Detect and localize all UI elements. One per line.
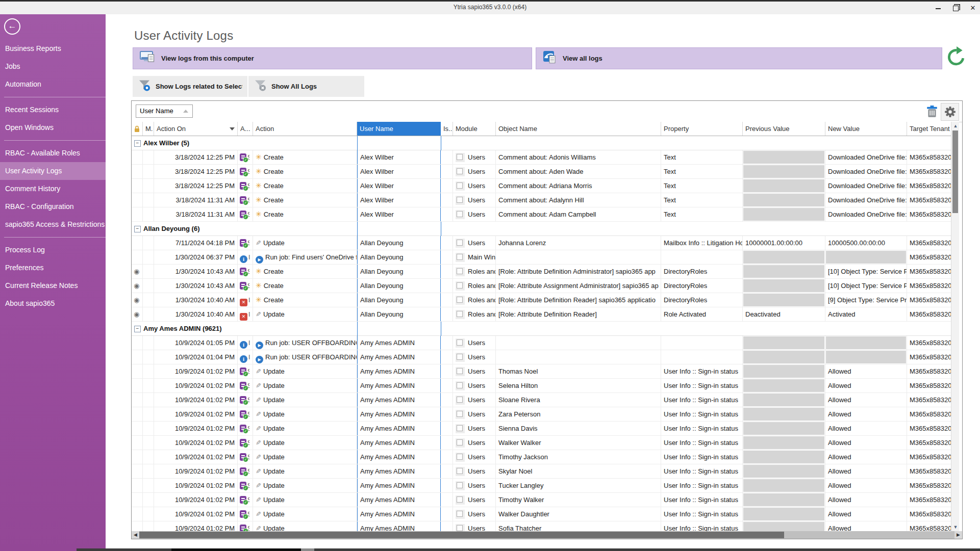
column-header-object[interactable]: Object Name	[496, 122, 661, 136]
column-header-prev[interactable]: Previous Value	[743, 122, 825, 136]
log-row[interactable]: 10/9/2024 01:02 PM✓S✎UpdateAmy Ames ADMI…	[132, 422, 951, 436]
sidebar-item-automation[interactable]: Automation	[0, 75, 106, 93]
row-checkbox[interactable]	[456, 167, 465, 176]
row-checkbox[interactable]	[456, 281, 465, 291]
log-row[interactable]: 3/18/2024 12:25 PM✓S✳CreateAlex WilberUs…	[132, 179, 951, 193]
column-header-actionOn[interactable]: Action On	[154, 122, 238, 136]
row-checkbox[interactable]	[456, 210, 465, 219]
collapse-group-icon[interactable]: −	[134, 140, 141, 147]
row-checkbox[interactable]	[456, 153, 465, 162]
sidebar-item-recent-sessions[interactable]: Recent Sessions	[0, 101, 106, 119]
sidebar-item-sapio365-access-restrictions[interactable]: sapio365 Access & Restrictions	[0, 216, 106, 233]
horizontal-scrollbar[interactable]: ◀ ▶	[132, 531, 962, 539]
log-row[interactable]: 10/9/2024 01:02 PM✓S✎UpdateAmy Ames ADMI…	[132, 464, 951, 479]
column-header-a[interactable]: A...	[238, 122, 253, 136]
vertical-scrollbar[interactable]: ▲ ▼	[951, 122, 959, 531]
collapse-group-icon[interactable]: −	[134, 226, 141, 232]
log-row[interactable]: ◉1/30/2024 10:40 AM✕I✳CreateAllan Deyoun…	[132, 293, 951, 307]
log-row[interactable]: ◉1/30/2024 10:43 AM✓S✳CreateAllan Deyoun…	[132, 265, 951, 279]
row-checkbox[interactable]	[456, 239, 465, 248]
scroll-left-icon[interactable]: ◀	[132, 531, 139, 539]
log-row[interactable]: 10/9/2024 01:02 PM✓S✎UpdateAmy Ames ADMI…	[132, 521, 951, 532]
row-checkbox[interactable]	[456, 196, 465, 205]
column-header-property[interactable]: Property	[661, 122, 743, 136]
row-checkbox[interactable]	[456, 381, 465, 390]
log-row[interactable]: 10/9/2024 01:02 PM✓S✎UpdateAmy Ames ADMI…	[132, 379, 951, 393]
group-header-row[interactable]: −Allan Deyoung (6)	[132, 222, 951, 236]
delete-logs-button[interactable]	[926, 105, 939, 118]
row-checkbox[interactable]	[456, 424, 465, 433]
column-header-m[interactable]: M.	[143, 122, 154, 136]
log-row[interactable]: 10/9/2024 01:02 PM✓S✎UpdateAmy Ames ADMI…	[132, 450, 951, 464]
restore-button[interactable]	[951, 4, 960, 12]
collapse-group-icon[interactable]: −	[134, 326, 141, 332]
row-checkbox[interactable]	[456, 367, 465, 376]
group-header-row[interactable]: −Amy Ames ADMIN (9621)	[132, 322, 951, 336]
horizontal-scrollbar-thumb[interactable]	[139, 532, 784, 538]
column-header-new[interactable]: New Value	[825, 122, 907, 136]
row-checkbox[interactable]	[456, 467, 465, 476]
log-row[interactable]: 7/11/2024 04:18 PM✓S✎UpdateAllan Deyoung…	[132, 236, 951, 250]
sidebar-item-open-windows[interactable]: Open Windows	[0, 119, 106, 137]
view-logs-local-button[interactable]: View logs from this computer	[133, 47, 532, 69]
vertical-scrollbar-thumb[interactable]	[952, 130, 958, 213]
column-header-lock[interactable]	[132, 122, 143, 136]
refresh-button[interactable]	[945, 46, 967, 68]
row-checkbox[interactable]	[456, 524, 465, 532]
log-row[interactable]: 3/18/2024 11:31 AM✓S✳CreateAlex WilberUs…	[132, 207, 951, 222]
log-row[interactable]: 3/18/2024 11:31 AM✓S✳CreateAlex WilberUs…	[132, 193, 951, 207]
row-checkbox[interactable]	[456, 353, 465, 362]
back-button[interactable]: ←	[4, 18, 20, 35]
row-checkbox[interactable]	[456, 253, 465, 262]
minimize-button[interactable]	[934, 4, 942, 12]
show-logs-related-button[interactable]: Show Logs related to Selection	[133, 76, 247, 97]
row-checkbox[interactable]	[456, 495, 465, 505]
row-checkbox[interactable]	[456, 453, 465, 462]
log-row[interactable]: 10/9/2024 01:02 PM✓S✎UpdateAmy Ames ADMI…	[132, 393, 951, 407]
log-row[interactable]: 10/9/2024 01:05 PMiI▶Run job: USER OFFBO…	[132, 336, 951, 350]
log-row[interactable]: 1/30/2024 06:37 PMiI▶Run job: Find users…	[132, 250, 951, 265]
group-by-chip[interactable]: User Name	[136, 104, 193, 118]
log-row[interactable]: 10/9/2024 01:02 PM✓S✎UpdateAmy Ames ADMI…	[132, 507, 951, 521]
column-header-module[interactable]: Module	[453, 122, 496, 136]
log-row[interactable]: 10/9/2024 01:02 PM✓S✎UpdateAmy Ames ADMI…	[132, 493, 951, 507]
sidebar-item-about-sapio365[interactable]: About sapio365	[0, 295, 106, 312]
row-checkbox[interactable]	[456, 267, 465, 276]
sidebar-item-process-log[interactable]: Process Log	[0, 241, 106, 259]
row-checkbox[interactable]	[456, 396, 465, 405]
sidebar-item-jobs[interactable]: Jobs	[0, 58, 106, 75]
sidebar-item-current-release-notes[interactable]: Current Release Notes	[0, 277, 106, 295]
log-row[interactable]: 3/18/2024 12:25 PM✓S✳CreateAlex WilberUs…	[132, 165, 951, 179]
scroll-down-icon[interactable]: ▼	[951, 523, 960, 531]
log-row[interactable]: 10/9/2024 01:02 PM✓S✎UpdateAmy Ames ADMI…	[132, 364, 951, 379]
log-row[interactable]: 3/18/2024 12:25 PM✓S✳CreateAlex WilberUs…	[132, 150, 951, 165]
row-checkbox[interactable]	[456, 338, 465, 348]
show-all-logs-button[interactable]: Show All Logs	[248, 76, 364, 97]
grid-settings-button[interactable]	[941, 103, 959, 121]
sidebar-item-user-activity-logs[interactable]: User Activity Logs	[0, 162, 106, 180]
log-row[interactable]: 10/9/2024 01:02 PM✓S✎UpdateAmy Ames ADMI…	[132, 479, 951, 493]
view-all-logs-button[interactable]: View all logs	[536, 47, 942, 69]
row-checkbox[interactable]	[456, 438, 465, 448]
sidebar-item-rbac-available-roles[interactable]: RBAC - Available Roles	[0, 144, 106, 162]
log-row[interactable]: 10/9/2024 01:02 PM✓S✎UpdateAmy Ames ADMI…	[132, 407, 951, 422]
log-row[interactable]: ◉1/30/2024 10:43 AM✓S✳CreateAllan Deyoun…	[132, 279, 951, 293]
close-button[interactable]: ✕	[969, 4, 977, 12]
log-row[interactable]: 10/9/2024 01:04 PMiI▶Run job: USER OFFBO…	[132, 350, 951, 364]
log-row[interactable]: ◉1/30/2024 10:40 AM✕I✎UpdateAllan Deyoun…	[132, 307, 951, 322]
row-checkbox[interactable]	[456, 481, 465, 490]
column-header-tenant[interactable]: Target Tenant	[907, 122, 954, 136]
log-row[interactable]: 10/9/2024 01:02 PM✓S✎UpdateAmy Ames ADMI…	[132, 436, 951, 450]
row-checkbox[interactable]	[456, 181, 465, 191]
row-checkbox[interactable]	[456, 410, 465, 419]
group-header-row[interactable]: −Alex Wilber (5)	[132, 136, 951, 150]
row-checkbox[interactable]	[456, 510, 465, 519]
column-header-user[interactable]: User Name	[357, 122, 441, 136]
scroll-right-icon[interactable]: ▶	[954, 531, 962, 539]
sidebar-item-rbac-configuration[interactable]: RBAC - Configuration	[0, 198, 106, 216]
column-header-is[interactable]: Is...	[441, 122, 453, 136]
row-checkbox[interactable]	[456, 310, 465, 319]
row-checkbox[interactable]	[456, 296, 465, 305]
sidebar-item-business-reports[interactable]: Business Reports	[0, 40, 106, 58]
sidebar-item-preferences[interactable]: Preferences	[0, 259, 106, 277]
